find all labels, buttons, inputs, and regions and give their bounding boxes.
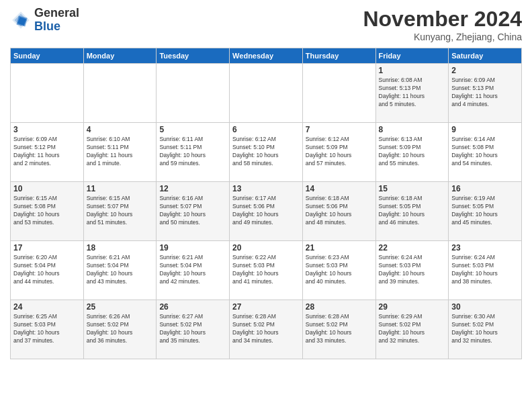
title-block: November 2024 Kunyang, Zhejiang, China: [363, 7, 522, 42]
day-info: Sunrise: 6:11 AM Sunset: 5:11 PM Dayligh…: [159, 136, 226, 168]
day-number: 9: [451, 125, 519, 134]
calendar-week-4: 17Sunrise: 6:20 AM Sunset: 5:04 PM Dayli…: [11, 241, 522, 300]
day-info: Sunrise: 6:30 AM Sunset: 5:02 PM Dayligh…: [451, 313, 519, 345]
calendar-cell: 25Sunrise: 6:26 AM Sunset: 5:02 PM Dayli…: [83, 300, 157, 359]
calendar-cell: 4Sunrise: 6:10 AM Sunset: 5:11 PM Daylig…: [83, 123, 157, 182]
calendar-cell: 12Sunrise: 6:16 AM Sunset: 5:07 PM Dayli…: [157, 182, 230, 241]
day-number: 25: [87, 302, 154, 312]
logo: General Blue: [10, 7, 79, 34]
calendar-cell: 23Sunrise: 6:24 AM Sunset: 5:03 PM Dayli…: [449, 241, 522, 300]
calendar-cell: 6Sunrise: 6:12 AM Sunset: 5:10 PM Daylig…: [230, 123, 303, 182]
day-info: Sunrise: 6:15 AM Sunset: 5:07 PM Dayligh…: [87, 195, 154, 227]
calendar-cell: 14Sunrise: 6:18 AM Sunset: 5:06 PM Dayli…: [302, 182, 375, 241]
weekday-header-row: SundayMondayTuesdayWednesdayThursdayFrid…: [11, 48, 522, 64]
day-info: Sunrise: 6:12 AM Sunset: 5:09 PM Dayligh…: [306, 136, 373, 168]
calendar-week-5: 24Sunrise: 6:25 AM Sunset: 5:03 PM Dayli…: [11, 300, 522, 359]
day-info: Sunrise: 6:21 AM Sunset: 5:04 PM Dayligh…: [87, 254, 154, 286]
calendar-cell: 9Sunrise: 6:14 AM Sunset: 5:08 PM Daylig…: [449, 123, 522, 182]
day-info: Sunrise: 6:15 AM Sunset: 5:08 PM Dayligh…: [13, 195, 81, 227]
day-number: 24: [13, 302, 81, 312]
calendar-cell: 1Sunrise: 6:08 AM Sunset: 5:13 PM Daylig…: [375, 64, 449, 123]
calendar-cell: [157, 64, 230, 123]
day-number: 22: [379, 243, 446, 253]
calendar-cell: 2Sunrise: 6:09 AM Sunset: 5:13 PM Daylig…: [449, 64, 522, 123]
calendar-cell: 13Sunrise: 6:17 AM Sunset: 5:06 PM Dayli…: [230, 182, 303, 241]
location: Kunyang, Zhejiang, China: [363, 32, 522, 42]
calendar-table: SundayMondayTuesdayWednesdayThursdayFrid…: [10, 48, 522, 359]
day-info: Sunrise: 6:08 AM Sunset: 5:13 PM Dayligh…: [379, 77, 446, 109]
calendar-cell: 3Sunrise: 6:09 AM Sunset: 5:12 PM Daylig…: [11, 123, 84, 182]
calendar-cell: 20Sunrise: 6:22 AM Sunset: 5:03 PM Dayli…: [230, 241, 303, 300]
day-info: Sunrise: 6:22 AM Sunset: 5:03 PM Dayligh…: [232, 254, 300, 286]
calendar-week-2: 3Sunrise: 6:09 AM Sunset: 5:12 PM Daylig…: [11, 123, 522, 182]
day-number: 15: [379, 184, 446, 193]
weekday-header-friday: Friday: [375, 48, 449, 64]
day-number: 6: [232, 125, 300, 134]
calendar-cell: 29Sunrise: 6:29 AM Sunset: 5:02 PM Dayli…: [375, 300, 449, 359]
calendar-cell: [83, 64, 157, 123]
logo-blue: Blue: [34, 20, 79, 34]
weekday-header-saturday: Saturday: [449, 48, 522, 64]
day-info: Sunrise: 6:09 AM Sunset: 5:13 PM Dayligh…: [451, 77, 519, 109]
day-number: 2: [451, 66, 519, 75]
day-info: Sunrise: 6:26 AM Sunset: 5:02 PM Dayligh…: [87, 313, 154, 345]
logo-text: General Blue: [34, 7, 79, 34]
day-info: Sunrise: 6:24 AM Sunset: 5:03 PM Dayligh…: [379, 254, 446, 286]
calendar-cell: 8Sunrise: 6:13 AM Sunset: 5:09 PM Daylig…: [375, 123, 449, 182]
logo-general: General: [34, 7, 79, 20]
day-number: 4: [87, 125, 154, 134]
day-info: Sunrise: 6:21 AM Sunset: 5:04 PM Dayligh…: [159, 254, 226, 286]
calendar-cell: 11Sunrise: 6:15 AM Sunset: 5:07 PM Dayli…: [83, 182, 157, 241]
day-number: 13: [232, 184, 300, 193]
day-number: 20: [232, 243, 300, 253]
day-number: 29: [379, 302, 446, 312]
calendar-cell: [230, 64, 303, 123]
calendar-cell: 16Sunrise: 6:19 AM Sunset: 5:05 PM Dayli…: [449, 182, 522, 241]
day-number: 18: [87, 243, 154, 253]
calendar-cell: 22Sunrise: 6:24 AM Sunset: 5:03 PM Dayli…: [375, 241, 449, 300]
day-info: Sunrise: 6:24 AM Sunset: 5:03 PM Dayligh…: [451, 254, 519, 286]
calendar-cell: 28Sunrise: 6:28 AM Sunset: 5:02 PM Dayli…: [302, 300, 375, 359]
day-number: 27: [232, 302, 300, 312]
day-info: Sunrise: 6:09 AM Sunset: 5:12 PM Dayligh…: [13, 136, 81, 168]
day-number: 14: [306, 184, 373, 193]
day-info: Sunrise: 6:17 AM Sunset: 5:06 PM Dayligh…: [232, 195, 300, 227]
weekday-header-tuesday: Tuesday: [157, 48, 230, 64]
day-info: Sunrise: 6:25 AM Sunset: 5:03 PM Dayligh…: [13, 313, 81, 345]
day-info: Sunrise: 6:18 AM Sunset: 5:06 PM Dayligh…: [306, 195, 373, 227]
calendar-cell: 21Sunrise: 6:23 AM Sunset: 5:03 PM Dayli…: [302, 241, 375, 300]
calendar-cell: 15Sunrise: 6:18 AM Sunset: 5:05 PM Dayli…: [375, 182, 449, 241]
day-number: 10: [13, 184, 81, 193]
day-number: 26: [159, 302, 226, 312]
day-info: Sunrise: 6:19 AM Sunset: 5:05 PM Dayligh…: [451, 195, 519, 227]
day-info: Sunrise: 6:20 AM Sunset: 5:04 PM Dayligh…: [13, 254, 81, 286]
calendar-cell: 18Sunrise: 6:21 AM Sunset: 5:04 PM Dayli…: [83, 241, 157, 300]
calendar-week-3: 10Sunrise: 6:15 AM Sunset: 5:08 PM Dayli…: [11, 182, 522, 241]
calendar-cell: 30Sunrise: 6:30 AM Sunset: 5:02 PM Dayli…: [449, 300, 522, 359]
calendar-cell: [11, 64, 84, 123]
calendar-cell: 26Sunrise: 6:27 AM Sunset: 5:02 PM Dayli…: [157, 300, 230, 359]
calendar-week-1: 1Sunrise: 6:08 AM Sunset: 5:13 PM Daylig…: [11, 64, 522, 123]
day-number: 28: [306, 302, 373, 312]
day-number: 12: [159, 184, 226, 193]
calendar-cell: 7Sunrise: 6:12 AM Sunset: 5:09 PM Daylig…: [302, 123, 375, 182]
day-info: Sunrise: 6:28 AM Sunset: 5:02 PM Dayligh…: [232, 313, 300, 345]
calendar-cell: 10Sunrise: 6:15 AM Sunset: 5:08 PM Dayli…: [11, 182, 84, 241]
page-header: General Blue November 2024 Kunyang, Zhej…: [10, 7, 522, 42]
day-number: 1: [379, 66, 446, 75]
day-info: Sunrise: 6:18 AM Sunset: 5:05 PM Dayligh…: [379, 195, 446, 227]
calendar-cell: 5Sunrise: 6:11 AM Sunset: 5:11 PM Daylig…: [157, 123, 230, 182]
day-info: Sunrise: 6:23 AM Sunset: 5:03 PM Dayligh…: [306, 254, 373, 286]
calendar-cell: 24Sunrise: 6:25 AM Sunset: 5:03 PM Dayli…: [11, 300, 84, 359]
day-number: 17: [13, 243, 81, 253]
day-info: Sunrise: 6:10 AM Sunset: 5:11 PM Dayligh…: [87, 136, 154, 168]
day-info: Sunrise: 6:14 AM Sunset: 5:08 PM Dayligh…: [451, 136, 519, 168]
logo-icon: [10, 9, 32, 31]
day-number: 3: [13, 125, 81, 134]
day-info: Sunrise: 6:29 AM Sunset: 5:02 PM Dayligh…: [379, 313, 446, 345]
day-number: 11: [87, 184, 154, 193]
day-number: 8: [379, 125, 446, 134]
day-number: 23: [451, 243, 519, 253]
weekday-header-thursday: Thursday: [302, 48, 375, 64]
calendar-cell: 27Sunrise: 6:28 AM Sunset: 5:02 PM Dayli…: [230, 300, 303, 359]
